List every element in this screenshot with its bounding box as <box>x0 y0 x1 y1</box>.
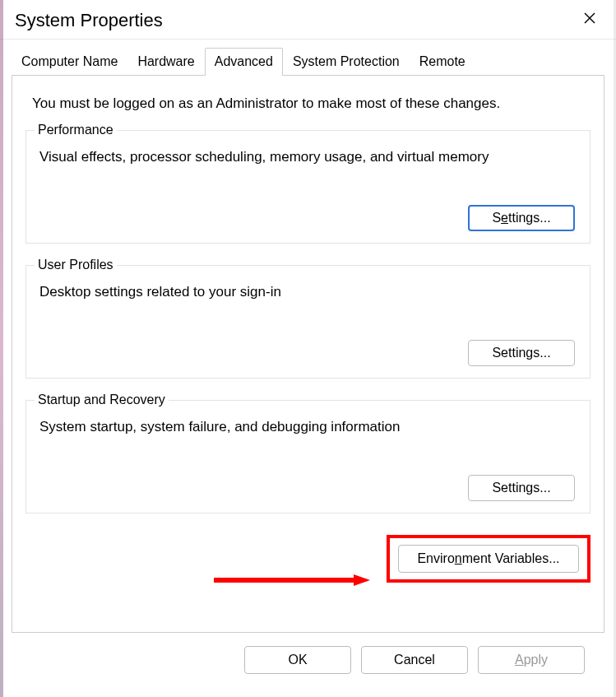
tab-panel-advanced: You must be logged on as an Administrato… <box>12 75 604 633</box>
group-performance-legend: Performance <box>35 123 117 137</box>
group-user-profiles-legend: User Profiles <box>35 258 117 272</box>
tab-system-protection[interactable]: System Protection <box>283 48 410 75</box>
group-user-profiles-desc: Desktop settings related to your sign-in <box>39 284 577 300</box>
tab-remote[interactable]: Remote <box>410 48 475 75</box>
startup-settings-button[interactable]: Settings... <box>468 475 575 501</box>
tab-advanced[interactable]: Advanced <box>205 48 283 76</box>
close-icon[interactable] <box>575 8 604 32</box>
group-user-profiles: User Profiles Desktop settings related t… <box>25 265 591 379</box>
tab-strip: Computer Name Hardware Advanced System P… <box>12 48 604 75</box>
performance-settings-button[interactable]: Settings... <box>468 205 575 231</box>
tab-computer-name[interactable]: Computer Name <box>12 48 127 75</box>
group-startup-recovery: Startup and Recovery System startup, sys… <box>25 400 591 513</box>
group-startup-desc: System startup, system failure, and debu… <box>39 419 577 435</box>
annotation-highlight-box: Environment Variables... <box>387 535 591 583</box>
tab-hardware[interactable]: Hardware <box>127 48 204 75</box>
title-bar: System Properties <box>0 0 616 39</box>
window-title: System Properties <box>15 10 163 31</box>
user-profiles-settings-button[interactable]: Settings... <box>468 340 575 366</box>
env-variables-row: Environment Variables... <box>25 535 591 583</box>
group-performance-desc: Visual effects, processor scheduling, me… <box>39 149 577 165</box>
dialog-body: Computer Name Hardware Advanced System P… <box>0 39 616 674</box>
ok-button[interactable]: OK <box>244 646 351 674</box>
group-startup-legend: Startup and Recovery <box>35 393 169 407</box>
environment-variables-button[interactable]: Environment Variables... <box>398 545 579 573</box>
admin-notice: You must be logged on as an Administrato… <box>32 95 584 112</box>
group-performance: Performance Visual effects, processor sc… <box>25 130 591 244</box>
dialog-footer: OK Cancel Apply <box>12 633 604 674</box>
apply-button[interactable]: Apply <box>478 646 585 674</box>
cancel-button[interactable]: Cancel <box>361 646 468 674</box>
